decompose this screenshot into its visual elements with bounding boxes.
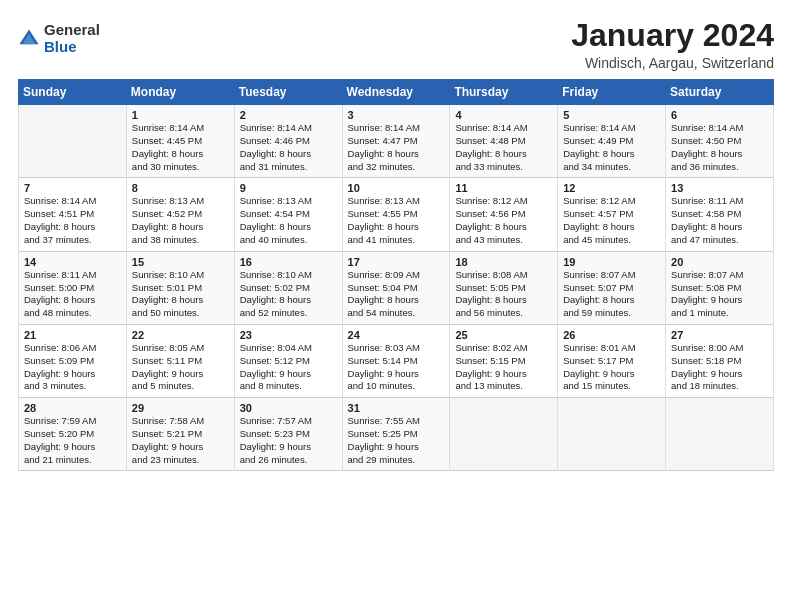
day-info: Sunrise: 7:58 AMSunset: 5:21 PMDaylight:… [132, 415, 229, 466]
calendar-cell: 18Sunrise: 8:08 AMSunset: 5:05 PMDayligh… [450, 251, 558, 324]
day-number: 16 [240, 256, 337, 268]
calendar-cell: 4Sunrise: 8:14 AMSunset: 4:48 PMDaylight… [450, 105, 558, 178]
day-number: 18 [455, 256, 552, 268]
day-info: Sunrise: 8:09 AMSunset: 5:04 PMDaylight:… [348, 269, 445, 320]
day-number: 7 [24, 182, 121, 194]
day-number: 5 [563, 109, 660, 121]
day-info: Sunrise: 8:13 AMSunset: 4:55 PMDaylight:… [348, 195, 445, 246]
calendar-cell [450, 398, 558, 471]
day-number: 30 [240, 402, 337, 414]
logo-blue-text: Blue [44, 39, 100, 56]
calendar-cell: 6Sunrise: 8:14 AMSunset: 4:50 PMDaylight… [666, 105, 774, 178]
day-number: 1 [132, 109, 229, 121]
week-row-3: 14Sunrise: 8:11 AMSunset: 5:00 PMDayligh… [19, 251, 774, 324]
calendar-cell: 29Sunrise: 7:58 AMSunset: 5:21 PMDayligh… [126, 398, 234, 471]
day-number: 29 [132, 402, 229, 414]
calendar-cell: 11Sunrise: 8:12 AMSunset: 4:56 PMDayligh… [450, 178, 558, 251]
day-info: Sunrise: 7:59 AMSunset: 5:20 PMDaylight:… [24, 415, 121, 466]
day-number: 11 [455, 182, 552, 194]
calendar-cell: 17Sunrise: 8:09 AMSunset: 5:04 PMDayligh… [342, 251, 450, 324]
week-row-1: 1Sunrise: 8:14 AMSunset: 4:45 PMDaylight… [19, 105, 774, 178]
day-info: Sunrise: 8:07 AMSunset: 5:08 PMDaylight:… [671, 269, 768, 320]
day-number: 28 [24, 402, 121, 414]
calendar-cell: 23Sunrise: 8:04 AMSunset: 5:12 PMDayligh… [234, 324, 342, 397]
day-info: Sunrise: 8:14 AMSunset: 4:49 PMDaylight:… [563, 122, 660, 173]
logo-general-text: General [44, 22, 100, 39]
day-number: 6 [671, 109, 768, 121]
calendar-cell: 25Sunrise: 8:02 AMSunset: 5:15 PMDayligh… [450, 324, 558, 397]
header-saturday: Saturday [666, 80, 774, 105]
calendar-cell: 20Sunrise: 8:07 AMSunset: 5:08 PMDayligh… [666, 251, 774, 324]
calendar-cell [666, 398, 774, 471]
day-info: Sunrise: 8:10 AMSunset: 5:02 PMDaylight:… [240, 269, 337, 320]
day-number: 3 [348, 109, 445, 121]
day-number: 4 [455, 109, 552, 121]
calendar-cell [558, 398, 666, 471]
day-info: Sunrise: 8:14 AMSunset: 4:46 PMDaylight:… [240, 122, 337, 173]
day-number: 27 [671, 329, 768, 341]
calendar-cell [19, 105, 127, 178]
day-info: Sunrise: 7:55 AMSunset: 5:25 PMDaylight:… [348, 415, 445, 466]
week-row-5: 28Sunrise: 7:59 AMSunset: 5:20 PMDayligh… [19, 398, 774, 471]
calendar-cell: 2Sunrise: 8:14 AMSunset: 4:46 PMDaylight… [234, 105, 342, 178]
day-number: 31 [348, 402, 445, 414]
week-row-4: 21Sunrise: 8:06 AMSunset: 5:09 PMDayligh… [19, 324, 774, 397]
calendar-cell: 7Sunrise: 8:14 AMSunset: 4:51 PMDaylight… [19, 178, 127, 251]
day-number: 14 [24, 256, 121, 268]
day-info: Sunrise: 8:11 AMSunset: 5:00 PMDaylight:… [24, 269, 121, 320]
day-info: Sunrise: 8:10 AMSunset: 5:01 PMDaylight:… [132, 269, 229, 320]
header-tuesday: Tuesday [234, 80, 342, 105]
day-number: 24 [348, 329, 445, 341]
day-info: Sunrise: 8:14 AMSunset: 4:50 PMDaylight:… [671, 122, 768, 173]
header-row: Sunday Monday Tuesday Wednesday Thursday… [19, 80, 774, 105]
day-number: 9 [240, 182, 337, 194]
calendar-cell: 10Sunrise: 8:13 AMSunset: 4:55 PMDayligh… [342, 178, 450, 251]
day-info: Sunrise: 8:04 AMSunset: 5:12 PMDaylight:… [240, 342, 337, 393]
day-number: 2 [240, 109, 337, 121]
page: General Blue January 2024 Windisch, Aarg… [0, 0, 792, 612]
day-number: 12 [563, 182, 660, 194]
day-info: Sunrise: 8:12 AMSunset: 4:56 PMDaylight:… [455, 195, 552, 246]
calendar-cell: 26Sunrise: 8:01 AMSunset: 5:17 PMDayligh… [558, 324, 666, 397]
calendar-cell: 13Sunrise: 8:11 AMSunset: 4:58 PMDayligh… [666, 178, 774, 251]
day-info: Sunrise: 8:11 AMSunset: 4:58 PMDaylight:… [671, 195, 768, 246]
day-info: Sunrise: 7:57 AMSunset: 5:23 PMDaylight:… [240, 415, 337, 466]
day-number: 20 [671, 256, 768, 268]
calendar-cell: 1Sunrise: 8:14 AMSunset: 4:45 PMDaylight… [126, 105, 234, 178]
day-number: 17 [348, 256, 445, 268]
calendar-cell: 14Sunrise: 8:11 AMSunset: 5:00 PMDayligh… [19, 251, 127, 324]
day-info: Sunrise: 8:13 AMSunset: 4:52 PMDaylight:… [132, 195, 229, 246]
location: Windisch, Aargau, Switzerland [571, 55, 774, 71]
header-monday: Monday [126, 80, 234, 105]
month-title: January 2024 [571, 18, 774, 53]
calendar-cell: 9Sunrise: 8:13 AMSunset: 4:54 PMDaylight… [234, 178, 342, 251]
calendar-cell: 24Sunrise: 8:03 AMSunset: 5:14 PMDayligh… [342, 324, 450, 397]
header-thursday: Thursday [450, 80, 558, 105]
calendar-cell: 12Sunrise: 8:12 AMSunset: 4:57 PMDayligh… [558, 178, 666, 251]
header: General Blue January 2024 Windisch, Aarg… [18, 18, 774, 71]
day-info: Sunrise: 8:14 AMSunset: 4:51 PMDaylight:… [24, 195, 121, 246]
day-number: 22 [132, 329, 229, 341]
calendar-cell: 16Sunrise: 8:10 AMSunset: 5:02 PMDayligh… [234, 251, 342, 324]
day-number: 10 [348, 182, 445, 194]
day-info: Sunrise: 8:08 AMSunset: 5:05 PMDaylight:… [455, 269, 552, 320]
day-info: Sunrise: 8:03 AMSunset: 5:14 PMDaylight:… [348, 342, 445, 393]
day-number: 26 [563, 329, 660, 341]
calendar-cell: 19Sunrise: 8:07 AMSunset: 5:07 PMDayligh… [558, 251, 666, 324]
calendar-cell: 31Sunrise: 7:55 AMSunset: 5:25 PMDayligh… [342, 398, 450, 471]
calendar-cell: 8Sunrise: 8:13 AMSunset: 4:52 PMDaylight… [126, 178, 234, 251]
day-info: Sunrise: 8:12 AMSunset: 4:57 PMDaylight:… [563, 195, 660, 246]
day-info: Sunrise: 8:02 AMSunset: 5:15 PMDaylight:… [455, 342, 552, 393]
logo-text: General Blue [44, 22, 100, 55]
calendar-cell: 21Sunrise: 8:06 AMSunset: 5:09 PMDayligh… [19, 324, 127, 397]
calendar-cell: 28Sunrise: 7:59 AMSunset: 5:20 PMDayligh… [19, 398, 127, 471]
logo: General Blue [18, 22, 100, 55]
day-number: 23 [240, 329, 337, 341]
day-number: 15 [132, 256, 229, 268]
day-info: Sunrise: 8:14 AMSunset: 4:48 PMDaylight:… [455, 122, 552, 173]
day-info: Sunrise: 8:05 AMSunset: 5:11 PMDaylight:… [132, 342, 229, 393]
calendar-cell: 3Sunrise: 8:14 AMSunset: 4:47 PMDaylight… [342, 105, 450, 178]
day-number: 19 [563, 256, 660, 268]
calendar-cell: 15Sunrise: 8:10 AMSunset: 5:01 PMDayligh… [126, 251, 234, 324]
day-number: 21 [24, 329, 121, 341]
